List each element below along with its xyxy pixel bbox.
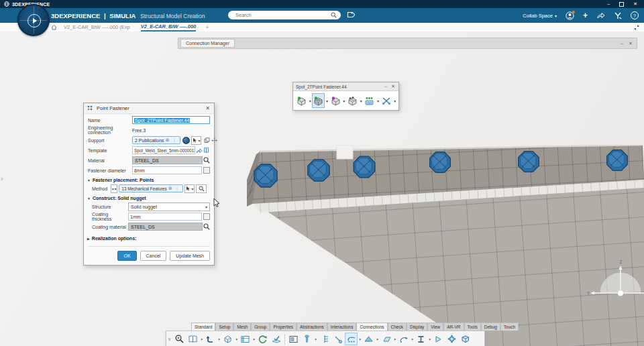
tab-properties[interactable]: Properties <box>270 323 297 331</box>
manager-panel-icon[interactable] <box>287 333 300 345</box>
cone-connector-icon[interactable] <box>432 333 445 345</box>
tab-standard[interactable]: Standard <box>191 323 215 331</box>
support-chip[interactable]: 2 Publications ⊗ ⋮ <box>132 136 180 144</box>
dropdown-caret[interactable]: ▾ <box>411 337 414 341</box>
remove-support-icon[interactable]: ⊗ <box>166 137 170 143</box>
seam-weld-icon[interactable] <box>362 333 375 345</box>
dialog-close-icon[interactable]: ✕ <box>205 105 210 111</box>
profile-button[interactable] <box>566 11 574 20</box>
tab-debug[interactable]: Debug <box>481 323 500 331</box>
connection-manager-minimize-icon[interactable]: – <box>621 41 623 46</box>
search-icon[interactable] <box>331 12 337 18</box>
ok-button[interactable]: OK <box>117 251 136 261</box>
point-fastener-tool-icon[interactable] <box>345 333 358 345</box>
structure-select[interactable]: Solid nugget ▾ <box>128 203 210 211</box>
search-input[interactable] <box>234 11 324 19</box>
update-mesh-button[interactable]: Update Mesh <box>170 251 210 261</box>
dropdown-caret[interactable]: ▾ <box>393 337 396 341</box>
cancel-button[interactable]: Cancel <box>140 251 167 261</box>
diameter-formula-icon[interactable] <box>203 167 210 174</box>
rigid-body-icon[interactable] <box>459 333 472 345</box>
table-panel-icon[interactable] <box>239 333 252 345</box>
gear-coupling-icon[interactable] <box>445 333 458 345</box>
dropdown-caret[interactable]: ▾ <box>252 337 256 341</box>
method-type-dropdown[interactable]: • ▾ <box>111 184 117 193</box>
select-mode-dropdown[interactable]: ▾ <box>191 136 201 145</box>
fullscreen-toggle-icon[interactable] <box>633 24 640 31</box>
tab-check[interactable]: Check <box>388 323 407 331</box>
template-field[interactable]: Spot_Weld_Steel_5mm-00000158 <box>132 146 195 154</box>
tab-view[interactable]: View <box>427 323 443 331</box>
template-export-button[interactable] <box>195 147 203 154</box>
window-close-button[interactable]: ✕ <box>633 0 637 8</box>
clamp-connection-icon[interactable] <box>318 333 331 345</box>
search-bar[interactable] <box>228 11 341 19</box>
compass-play-button[interactable] <box>28 14 41 27</box>
dropdown-caret[interactable]: ▾ <box>428 337 431 341</box>
tab-document-active[interactable]: V2_E-CAR_BiW ----.000 <box>141 23 197 32</box>
dropdown-caret[interactable]: ▾ <box>325 99 328 103</box>
surface-weld-icon[interactable] <box>380 333 392 345</box>
tab-display[interactable]: Display <box>407 323 427 331</box>
dropdown-caret[interactable]: ▾ <box>200 337 203 341</box>
dropdown-caret[interactable]: ▾ <box>358 337 362 341</box>
method-chip[interactable]: 13 Mechanical Features ⊗ ⋮ <box>119 184 183 192</box>
dropdown-caret[interactable]: ▾ <box>343 99 345 103</box>
tab-interactions[interactable]: Interactions <box>327 323 357 331</box>
dropdown-caret[interactable]: ▾ <box>394 99 396 103</box>
coating-thickness-field[interactable]: 1mm <box>128 213 202 221</box>
tab-mesh[interactable]: Mesh <box>233 323 251 331</box>
dropdown-caret[interactable]: ▾ <box>360 99 362 103</box>
visualization-style-icon[interactable] <box>221 333 234 345</box>
beam-connection-icon[interactable] <box>415 333 427 345</box>
realization-section-header[interactable]: ▶ Realization options: <box>87 236 210 241</box>
palette-titlebar[interactable]: Spot_2TPoint Fastener.44 – ✕ <box>293 82 398 91</box>
method-select-dropdown[interactable]: ▾ <box>184 184 195 193</box>
3d-viewport[interactable]: Connection Manager – ✕ › <box>0 32 644 346</box>
tab-group[interactable]: Group <box>251 323 270 331</box>
template-catalog-button[interactable] <box>203 147 210 154</box>
help-button[interactable]: ? <box>631 11 639 19</box>
check-model-icon[interactable] <box>270 333 282 345</box>
tab-ar-vr[interactable]: AR-VR <box>443 323 464 331</box>
dropdown-caret[interactable]: ▾ <box>309 99 311 103</box>
support-more-icon[interactable]: ⋮ <box>172 137 176 143</box>
tab-touch[interactable]: Touch <box>500 323 519 331</box>
tab-abstractions[interactable]: Abstractions <box>297 323 327 331</box>
collab-space-selector[interactable]: Collab Space ▾ <box>523 13 557 19</box>
palette-minimize-icon[interactable]: – <box>384 84 387 89</box>
method-more-icon[interactable]: ⋮ <box>175 186 180 191</box>
update-model-icon[interactable] <box>256 333 269 345</box>
split-fastener-button[interactable] <box>380 93 393 108</box>
remove-method-icon[interactable]: ⊗ <box>168 186 172 191</box>
3dswym-icon[interactable] <box>614 11 622 19</box>
catalog-browser-icon[interactable] <box>186 333 199 345</box>
undo-icon[interactable] <box>204 333 217 345</box>
3d-compass[interactable] <box>17 4 50 36</box>
connection-manager-tab[interactable]: Connection Manager <box>180 39 235 48</box>
create-fastener-pattern-button[interactable] <box>363 93 376 108</box>
material-search-icon[interactable] <box>203 157 210 164</box>
curve-fastener-icon[interactable] <box>397 333 410 345</box>
tree-panel-expander[interactable]: › <box>1 175 3 182</box>
tab-setup[interactable]: Setup <box>215 323 233 331</box>
create-point-fastener-button[interactable] <box>295 93 308 108</box>
home-icon[interactable] <box>51 24 57 30</box>
dialog-titlebar[interactable]: Point Fastener ✕ <box>84 103 214 114</box>
tab-tools[interactable]: Tools <box>464 323 481 331</box>
dropdown-caret[interactable]: ▾ <box>217 337 221 341</box>
zoom-tool-icon[interactable] <box>173 333 186 345</box>
mesh-3d-view[interactable]: Z Y X <box>247 145 644 346</box>
name-field[interactable]: Spot_2TPoint Fastener.44 <box>132 116 210 124</box>
expand-selection-button[interactable] <box>211 137 218 144</box>
duplicate-support-button[interactable] <box>203 137 211 144</box>
dropdown-caret[interactable]: ▾ <box>314 337 317 341</box>
create-projection-fastener-button[interactable] <box>329 93 342 108</box>
share-icon[interactable] <box>596 12 605 19</box>
coating-material-search-icon[interactable] <box>203 223 210 231</box>
construct-section-header[interactable]: ▼ Construct: Solid nugget <box>87 196 210 200</box>
method-search-button[interactable] <box>196 184 207 193</box>
window-maximize-button[interactable] <box>619 2 624 7</box>
dropdown-caret[interactable]: ▾ <box>376 337 379 341</box>
tag-icon[interactable] <box>345 10 355 19</box>
